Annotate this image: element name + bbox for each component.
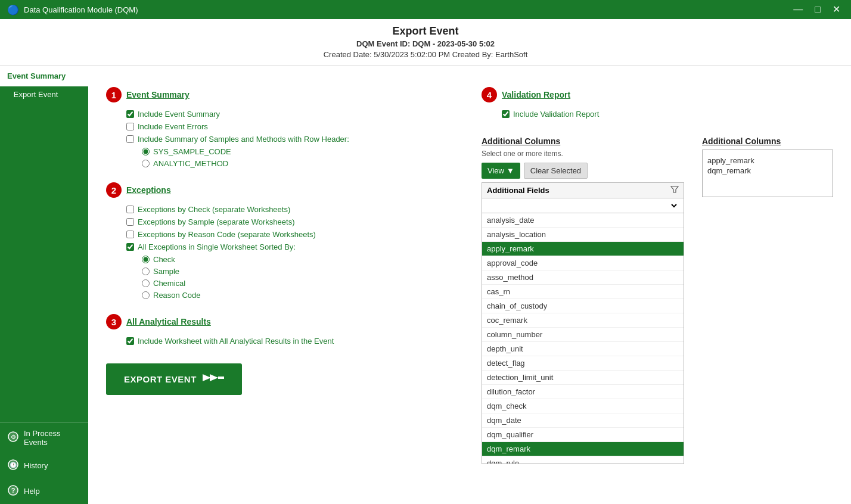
list-item[interactable]: asso_method [482,270,684,285]
export-btn-arrow [203,372,224,387]
section-1-number: 1 [106,87,122,102]
list-item[interactable]: dqm_remark [482,442,684,456]
section-4-number: 4 [482,87,497,102]
event-id-text: DQM Event ID: DQM - 2023-05-30 5:02 [356,39,495,48]
include-event-summary-checkbox[interactable] [126,110,134,118]
in-process-icon: ⚙ [7,431,19,446]
clear-selected-button[interactable]: Clear Selected [524,163,588,179]
list-item[interactable]: depth_unit [482,342,684,356]
exc-single-label[interactable]: All Exceptions in Single Worksheet Sorte… [138,242,296,251]
sort-check-radio[interactable] [142,256,150,263]
sidebar-item-in-process[interactable]: ⚙ In Process Events [0,423,88,453]
list-item[interactable]: analysis_location [482,228,684,242]
analytic-method-label[interactable]: ANALYTIC_METHOD [153,159,228,168]
list-item[interactable]: chain_of_custody [482,299,684,313]
radio-sort-reason: Reason Code [142,291,458,300]
list-item[interactable]: column_number [482,328,684,342]
list-item[interactable]: detection_limit_unit [482,371,684,385]
export-event-button[interactable]: EXPORT EVENT [106,363,242,395]
minimize-button[interactable]: — [790,4,806,15]
sort-sample-label[interactable]: Sample [153,267,179,276]
exc-single-checkbox[interactable] [126,243,134,251]
section-4-title: Validation Report [502,90,570,99]
checkbox-exc-by-reason: Exceptions by Reason Code (separate Work… [126,230,458,239]
list-item[interactable]: dqm_qualifier [482,428,684,442]
svg-marker-9 [671,186,678,192]
sort-reason-label[interactable]: Reason Code [153,291,201,300]
list-item[interactable]: approval_code [482,256,684,270]
columns-filter-input[interactable] [487,200,667,211]
sidebar-item-export-event[interactable]: Export Event [0,86,88,102]
maximize-button[interactable]: □ [811,4,824,15]
sidebar: Event Summary Export Event ⚙ In Process … [0,66,88,504]
include-event-summary-label[interactable]: Include Event Summary [138,110,220,119]
export-btn-container: EXPORT EVENT [106,363,458,395]
list-item[interactable]: dqm_rule [482,456,684,463]
content-area: 1 Event Summary Include Event Summary In… [88,66,851,504]
right-column: 4 Validation Report Include Validation R… [482,77,833,464]
svg-rect-8 [218,377,224,379]
right-additional-columns-title: Additional Columns [702,136,833,146]
analytic-method-radio[interactable] [142,160,150,167]
svg-text:🕐: 🕐 [10,461,17,469]
section-1-title: Event Summary [126,90,190,99]
sys-sample-code-radio[interactable] [142,148,150,155]
list-item[interactable]: apply_remark [482,242,684,256]
page-header: Export Event DQM Event ID: DQM - 2023-05… [0,19,851,66]
sort-check-label[interactable]: Check [153,255,175,264]
exc-by-check-checkbox[interactable] [126,206,134,213]
sidebar-item-event-summary[interactable]: Event Summary [0,66,88,86]
list-item[interactable]: dqm_date [482,413,684,428]
list-item[interactable]: dilution_factor [482,385,684,399]
app: Export Event DQM Event ID: DQM - 2023-05… [0,19,851,504]
checkbox-exc-by-sample: Exceptions by Sample (separate Worksheet… [126,217,458,226]
sidebar-item-history[interactable]: 🕐 History [0,453,88,478]
list-item[interactable]: detect_flag [482,356,684,371]
additional-columns-left: Additional Columns Select one or more it… [482,136,684,464]
radio-sort-chemical: Chemical [142,279,458,288]
svg-marker-6 [203,374,211,381]
exc-by-sample-label[interactable]: Exceptions by Sample (separate Worksheet… [138,217,295,226]
sort-chemical-label[interactable]: Chemical [153,279,185,288]
include-validation-label[interactable]: Include Validation Report [513,110,599,119]
help-icon: ? [7,484,19,498]
view-button[interactable]: View ▼ [482,163,520,179]
include-summary-samples-checkbox[interactable] [126,135,134,143]
svg-marker-7 [210,374,218,381]
include-worksheet-label[interactable]: Include Worksheet with All Analytical Re… [138,337,334,346]
help-label: Help [24,487,40,496]
exc-by-reason-checkbox[interactable] [126,231,134,238]
row-header-radio-group: SYS_SAMPLE_CODE ANALYTIC_METHOD [142,147,458,168]
selected-column-entry: dqm_remark [707,166,828,175]
radio-sort-check: Check [142,255,458,264]
right-additional-columns-display: apply_remarkdqm_remark [702,150,833,197]
list-item[interactable]: analysis_date [482,213,684,228]
sort-reason-radio[interactable] [142,291,150,299]
exc-by-reason-label[interactable]: Exceptions by Reason Code (separate Work… [138,230,316,239]
columns-filter-select[interactable] [667,201,679,210]
event-summary-label: Event Summary [7,71,66,80]
include-validation-checkbox[interactable] [502,110,510,118]
export-btn-label: EXPORT EVENT [124,374,197,384]
include-worksheet-checkbox[interactable] [126,337,134,345]
include-summary-samples-label[interactable]: Include Summary of Samples and Methods w… [138,135,349,144]
section-2-header: 2 Exceptions [106,182,458,198]
columns-list[interactable]: analysis_dateanalysis_locationapply_rema… [482,213,684,463]
sort-sample-radio[interactable] [142,267,150,275]
columns-filter-row [482,198,684,213]
include-event-errors-checkbox[interactable] [126,123,134,130]
section-4-header: 4 Validation Report [482,87,833,102]
exc-by-check-label[interactable]: Exceptions by Check (separate Worksheets… [138,205,290,214]
additional-columns-title: Additional Columns [482,136,684,146]
additional-columns-subtitle: Select one or more items. [482,150,684,158]
sys-sample-code-label[interactable]: SYS_SAMPLE_CODE [153,147,231,156]
sidebar-item-help[interactable]: ? Help [0,478,88,504]
list-item[interactable]: cas_rn [482,285,684,299]
close-button[interactable]: ✕ [829,4,844,15]
list-item[interactable]: dqm_check [482,399,684,413]
include-event-errors-label[interactable]: Include Event Errors [138,122,208,131]
exc-by-sample-checkbox[interactable] [126,218,134,226]
section-3-number: 3 [106,314,122,329]
list-item[interactable]: coc_remark [482,313,684,328]
sort-chemical-radio[interactable] [142,279,150,287]
